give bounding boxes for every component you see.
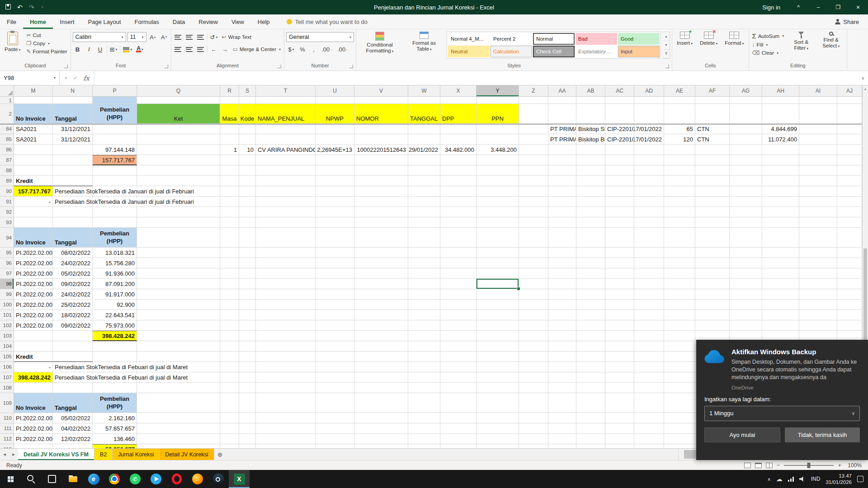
cell-X90[interactable] [440, 186, 476, 197]
cell-M89[interactable]: Kredit [14, 176, 53, 186]
cell-P104[interactable] [93, 341, 137, 352]
cell-X113[interactable] [440, 444, 476, 448]
cell-M98[interactable]: PI.2022.02.00008 [14, 279, 53, 289]
cell-S111[interactable] [239, 423, 256, 434]
cell-AE99[interactable] [664, 289, 695, 300]
cell-Z108[interactable] [519, 383, 548, 393]
cell-U99[interactable] [316, 289, 354, 300]
cell-AH88[interactable] [762, 165, 799, 176]
row-header-90[interactable]: 90 [0, 186, 14, 197]
cell-X112[interactable] [440, 434, 476, 444]
save-button[interactable] [5, 4, 11, 11]
cell-S84[interactable] [239, 124, 256, 134]
cell-AD88[interactable] [634, 165, 664, 176]
cell-S89[interactable] [239, 176, 256, 186]
cell-AC95[interactable] [605, 248, 634, 258]
cell-M104[interactable] [14, 341, 53, 352]
tidak-terima-kasih-button[interactable]: Tidak, terima kasih [785, 427, 860, 442]
cell-AC1[interactable] [605, 97, 634, 104]
insert-cells-button[interactable]: + Insert▾ [674, 31, 695, 47]
cell-M84[interactable]: SA2021 [14, 124, 53, 134]
cell-P101[interactable]: 22.643.541 [93, 310, 137, 320]
cell-M1[interactable] [14, 97, 53, 104]
cell-R87[interactable] [220, 155, 239, 165]
cell-AE88[interactable] [664, 165, 695, 176]
cell-Z101[interactable] [519, 310, 548, 320]
cell-X85[interactable] [440, 134, 476, 145]
cell-Y100[interactable] [476, 300, 519, 310]
cell-Y90[interactable] [476, 186, 519, 197]
cell-S97[interactable] [239, 268, 256, 279]
orientation-button[interactable]: ↺▾ [209, 32, 219, 42]
cell-R2[interactable]: Masa [220, 104, 239, 124]
cell-Y105[interactable] [476, 352, 519, 362]
cell-AB97[interactable] [576, 268, 605, 279]
cell-AE89[interactable] [664, 176, 695, 186]
cell-AF92[interactable] [695, 207, 730, 217]
cell-P92[interactable] [93, 207, 137, 217]
cell-M99[interactable]: PI.2022.02.00044 [14, 289, 53, 300]
cell-U112[interactable] [316, 434, 354, 444]
cell-N87[interactable] [53, 155, 93, 165]
cell-AJ98[interactable] [837, 279, 862, 289]
cell-W99[interactable] [408, 289, 440, 300]
maximize-button[interactable]: ❐ [828, 0, 848, 14]
cell-Y99[interactable] [476, 289, 519, 300]
cell-AA84[interactable]: PT PRIMA [548, 124, 576, 134]
font-color-button[interactable]: A▾ [135, 44, 145, 54]
cell-W87[interactable] [408, 155, 440, 165]
cell-AC108[interactable] [605, 383, 634, 393]
row-header-88[interactable]: 88 [0, 165, 14, 176]
action-center-icon[interactable] [857, 476, 863, 482]
cell-Q98[interactable] [137, 279, 220, 289]
cell-P2[interactable]: Pembelian (HPP) [93, 104, 137, 124]
cell-Z88[interactable] [519, 165, 548, 176]
cell-AD98[interactable] [634, 279, 664, 289]
cell-AE111[interactable] [664, 423, 695, 434]
insert-function-button[interactable]: fx [84, 75, 90, 82]
row-header-108[interactable]: 108 [0, 383, 14, 393]
cell-V99[interactable] [354, 289, 408, 300]
cell-AG92[interactable] [730, 207, 762, 217]
cell-AB102[interactable] [576, 320, 605, 331]
cell-V93[interactable] [354, 217, 408, 228]
cell-T95[interactable] [256, 248, 316, 258]
new-sheet-button[interactable]: ⊕ [214, 449, 226, 460]
cell-Z107[interactable] [519, 372, 548, 383]
column-header-T[interactable]: T [256, 85, 316, 97]
cell-W102[interactable] [408, 320, 440, 331]
cell-N98[interactable]: 09/02/2022 [53, 279, 93, 289]
cell-Y89[interactable] [476, 176, 519, 186]
cell-N2[interactable]: Tanggal [53, 104, 93, 124]
cell-S106[interactable] [239, 362, 256, 372]
cell-X98[interactable] [440, 279, 476, 289]
cell-M110[interactable]: PI.2022.02.00003 [14, 413, 53, 423]
cell-AH90[interactable] [762, 186, 799, 197]
search-taskbar-button[interactable] [21, 470, 42, 488]
cell-Y101[interactable] [476, 310, 519, 320]
cell-AH89[interactable] [762, 176, 799, 186]
cell-U100[interactable] [316, 300, 354, 310]
cell-AC105[interactable] [605, 352, 634, 362]
cell-X87[interactable] [440, 155, 476, 165]
zoom-slider-thumb[interactable] [807, 463, 811, 468]
cell-Q88[interactable] [137, 165, 220, 176]
cell-AI90[interactable] [799, 186, 837, 197]
cell-N95[interactable]: 08/02/2022 [53, 248, 93, 258]
cell-AB91[interactable] [576, 197, 605, 207]
cell-P110[interactable]: 2.162.160 [93, 413, 137, 423]
network-icon[interactable] [788, 477, 794, 482]
cell-T107[interactable] [256, 372, 316, 383]
grow-font-button[interactable]: A▴ [148, 32, 158, 42]
cell-AB100[interactable] [576, 300, 605, 310]
cell-U111[interactable] [316, 423, 354, 434]
cell-Y1[interactable] [476, 97, 519, 104]
cell-T111[interactable] [256, 423, 316, 434]
cell-AJ1[interactable] [837, 97, 862, 104]
cell-T100[interactable] [256, 300, 316, 310]
cell-W86[interactable]: 29/01/2022 [408, 145, 440, 155]
normal-view-button[interactable] [744, 463, 751, 468]
cell-U96[interactable] [316, 258, 354, 268]
tell-me-box[interactable]: Tell me what you want to do [287, 19, 368, 25]
cell-AJ99[interactable] [837, 289, 862, 300]
